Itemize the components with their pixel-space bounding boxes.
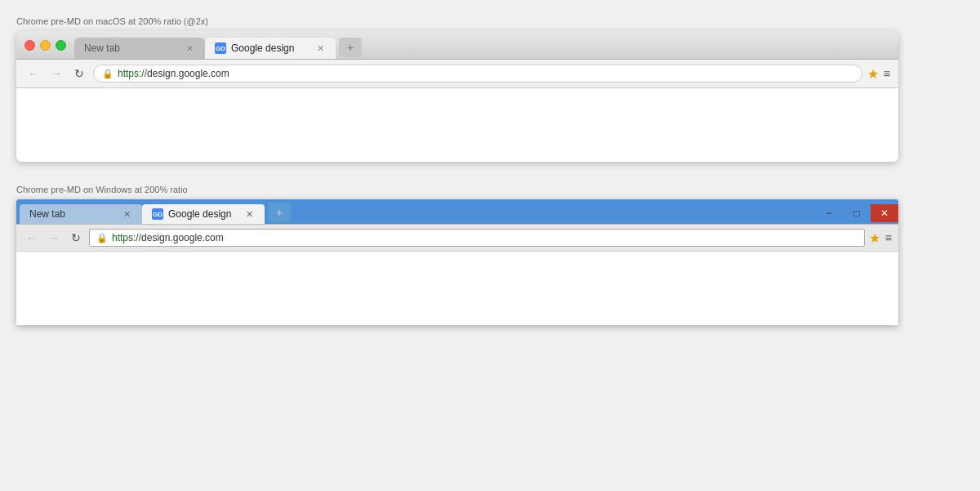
mac-url-text: https://design.google.com [118,68,229,79]
win-new-tab-button[interactable]: + [268,203,291,222]
win-tab-bar: New tab ✕ GD Google design ✕ + [20,203,815,224]
win-reload-button[interactable]: ↻ [67,229,85,247]
win-lock-icon: 🔒 [96,233,108,243]
mac-bookmark-star[interactable]: ★ [867,66,879,82]
win-toolbar-right: ★ ≡ [869,230,892,246]
mac-address-bar[interactable]: 🔒 https://design.google.com [93,65,862,83]
win-tab-newtab-label: New tab [29,208,116,220]
maximize-button[interactable] [56,40,66,51]
mac-page-content [16,88,898,162]
mac-tab-googledesign-close[interactable]: ✕ [314,42,326,54]
mac-toolbar: ← → ↻ 🔒 https://design.google.com ★ ≡ [16,60,898,88]
win-page-content [16,252,898,325]
win-toolbar: ← → ↻ 🔒 https://design.google.com ★ ≡ [16,224,898,252]
minimize-button[interactable] [40,40,51,51]
mac-tab-favicon: GD [215,42,226,54]
win-caption: Chrome pre-MD on Windows at 200% ratio [16,185,964,194]
mac-new-tab-button[interactable]: + [339,38,362,57]
close-button[interactable] [24,40,35,51]
win-close-button[interactable]: ✕ [871,204,898,222]
win-tab-newtab-close[interactable]: ✕ [121,208,132,220]
win-url-text: https://design.google.com [112,232,224,243]
mac-menu-button[interactable]: ≡ [884,67,890,80]
mac-tab-newtab-label: New tab [84,42,179,54]
mac-tab-newtab-close[interactable]: ✕ [184,42,195,54]
win-bookmark-star[interactable]: ★ [869,230,880,246]
mac-tab-googledesign[interactable]: GD Google design ✕ [205,38,336,59]
win-menu-button[interactable]: ≡ [885,231,892,244]
mac-tab-newtab[interactable]: New tab ✕ [74,38,205,59]
win-browser: New tab ✕ GD Google design ✕ + − □ ✕ ← →… [16,199,898,325]
mac-url-rest: design.google.com [147,68,229,79]
win-tab-favicon: GD [152,208,163,220]
win-tab-googledesign-label: Google design [168,208,238,220]
mac-titlebar: New tab ✕ GD Google design ✕ + [16,31,898,60]
mac-url-scheme: https:// [118,68,147,79]
win-tab-newtab[interactable]: New tab ✕ [20,204,142,224]
win-url-scheme: https:// [112,232,141,243]
mac-toolbar-right: ★ ≡ [867,66,890,82]
win-address-bar[interactable]: 🔒 https://design.google.com [89,229,865,247]
mac-forward-button[interactable]: → [47,65,65,83]
win-url-rest: design.google.com [141,232,224,243]
win-back-button[interactable]: ← [23,229,41,247]
mac-lock-icon: 🔒 [102,69,114,79]
mac-tab-bar: New tab ✕ GD Google design ✕ + [74,38,890,59]
mac-tab-googledesign-label: Google design [231,42,310,54]
win-minimize-button[interactable]: − [815,204,843,222]
mac-reload-button[interactable]: ↻ [70,65,88,83]
mac-traffic-lights [24,40,66,59]
win-tab-googledesign[interactable]: GD Google design ✕ [142,204,265,224]
mac-back-button[interactable]: ← [24,65,42,83]
mac-caption: Chrome pre-MD on macOS at 200% ratio (@2… [16,16,964,26]
win-restore-button[interactable]: □ [843,204,871,222]
win-forward-button[interactable]: → [45,229,63,247]
win-tab-googledesign-close[interactable]: ✕ [243,208,255,220]
win-titlebar: New tab ✕ GD Google design ✕ + − □ ✕ [16,199,898,224]
mac-browser: New tab ✕ GD Google design ✕ + ← → ↻ 🔒 h… [16,31,898,162]
win-window-controls: − □ ✕ [815,204,898,222]
